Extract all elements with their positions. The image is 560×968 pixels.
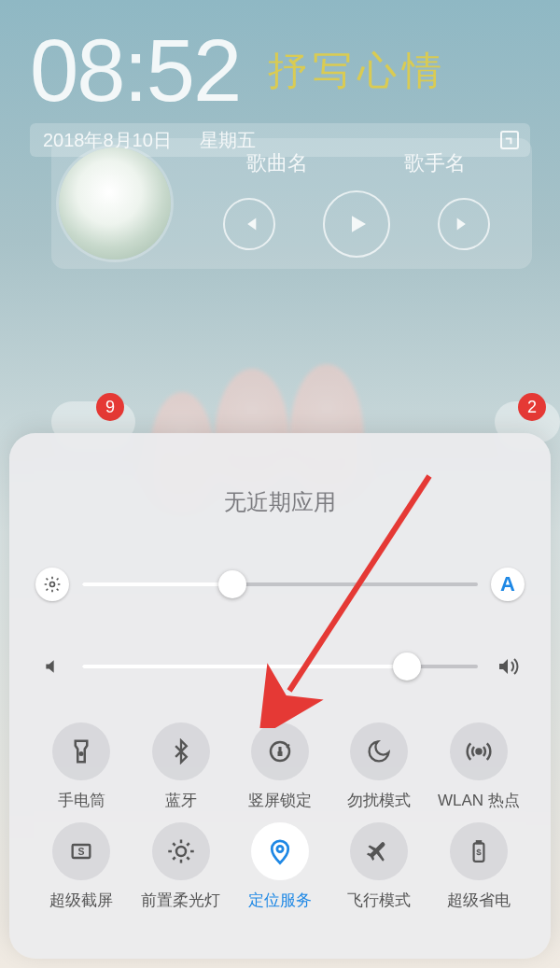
airplane-icon xyxy=(366,838,392,864)
flashlight-toggle[interactable]: 手电筒 xyxy=(35,722,127,811)
volume-high-icon xyxy=(491,650,525,683)
location-pin-icon xyxy=(266,837,294,865)
rotation-lock-toggle[interactable]: 竖屏锁定 xyxy=(234,722,326,811)
next-track-button[interactable] xyxy=(438,198,490,250)
bluetooth-icon xyxy=(168,738,194,765)
svg-point-2 xyxy=(80,752,83,755)
toggle-label: 蓝牙 xyxy=(165,790,197,811)
toggle-label: 定位服务 xyxy=(248,890,312,911)
svg-point-5 xyxy=(476,750,481,754)
notification-badge: 2 xyxy=(518,393,546,421)
toggle-label: 超级省电 xyxy=(447,890,511,911)
svg-text:S: S xyxy=(78,846,85,857)
settings-gear-icon[interactable] xyxy=(35,568,69,601)
dnd-toggle[interactable]: 勿扰模式 xyxy=(333,722,425,811)
song-name-label: 歌曲名 xyxy=(246,149,308,177)
moon-icon xyxy=(366,738,392,765)
svg-rect-4 xyxy=(277,751,282,756)
toggle-label: 飞行模式 xyxy=(347,890,411,911)
flashlight-icon xyxy=(67,737,95,765)
volume-low-icon xyxy=(35,650,69,683)
toggle-label: 竖屏锁定 xyxy=(248,790,312,811)
slider-knob[interactable] xyxy=(393,652,421,680)
toggle-label: 勿扰模式 xyxy=(347,790,411,811)
toggle-label: WLAN 热点 xyxy=(438,790,520,811)
screenshot-icon: S xyxy=(68,838,94,864)
volume-slider[interactable] xyxy=(82,665,478,668)
quick-toggle-grid: 手电筒 蓝牙 竖屏锁定 勿扰模式 WLAN 热点 S 超级截屏 前置柔光灯 定位 xyxy=(35,722,525,911)
svg-point-9 xyxy=(277,846,283,851)
toggle-label: 超级截屏 xyxy=(49,890,113,911)
brightness-slider-row: A xyxy=(35,568,525,601)
music-widget[interactable]: 歌曲名 歌手名 xyxy=(51,138,532,269)
clock-time: 08:52 xyxy=(30,21,240,121)
auto-brightness-toggle[interactable]: A xyxy=(491,568,525,601)
recent-apps-title: 无近期应用 xyxy=(35,487,525,517)
svg-text:$: $ xyxy=(476,847,482,857)
brightness-slider[interactable] xyxy=(82,582,478,586)
artist-name-label: 歌手名 xyxy=(404,149,466,177)
svg-point-1 xyxy=(50,582,55,587)
svg-point-8 xyxy=(176,847,186,856)
slider-knob[interactable] xyxy=(218,570,246,598)
svg-rect-11 xyxy=(477,841,481,843)
notification-badge: 9 xyxy=(96,393,124,421)
volume-slider-row xyxy=(35,650,525,683)
battery-saver-toggle[interactable]: $ 超级省电 xyxy=(433,822,525,911)
rotation-lock-icon xyxy=(266,737,294,765)
airplane-toggle[interactable]: 飞行模式 xyxy=(333,822,425,911)
toggle-label: 前置柔光灯 xyxy=(141,890,220,911)
sun-icon xyxy=(167,837,195,865)
mood-text[interactable]: 抒写心情 xyxy=(268,45,447,97)
album-art[interactable] xyxy=(59,147,171,260)
control-center-panel: 无近期应用 A 手电筒 蓝牙 xyxy=(9,433,551,959)
screenshot-toggle[interactable]: S 超级截屏 xyxy=(35,822,127,911)
fill-light-toggle[interactable]: 前置柔光灯 xyxy=(134,822,226,911)
bluetooth-toggle[interactable]: 蓝牙 xyxy=(134,722,226,811)
battery-icon: $ xyxy=(467,837,491,865)
location-toggle[interactable]: 定位服务 xyxy=(234,822,326,911)
play-button[interactable] xyxy=(323,190,390,258)
toggle-label: 手电筒 xyxy=(58,790,105,811)
clock-widget: 08:52 抒写心情 2018年8月10日 星期五 xyxy=(30,21,530,157)
hotspot-icon xyxy=(465,737,493,765)
prev-track-button[interactable] xyxy=(223,198,275,250)
hotspot-toggle[interactable]: WLAN 热点 xyxy=(433,722,525,811)
